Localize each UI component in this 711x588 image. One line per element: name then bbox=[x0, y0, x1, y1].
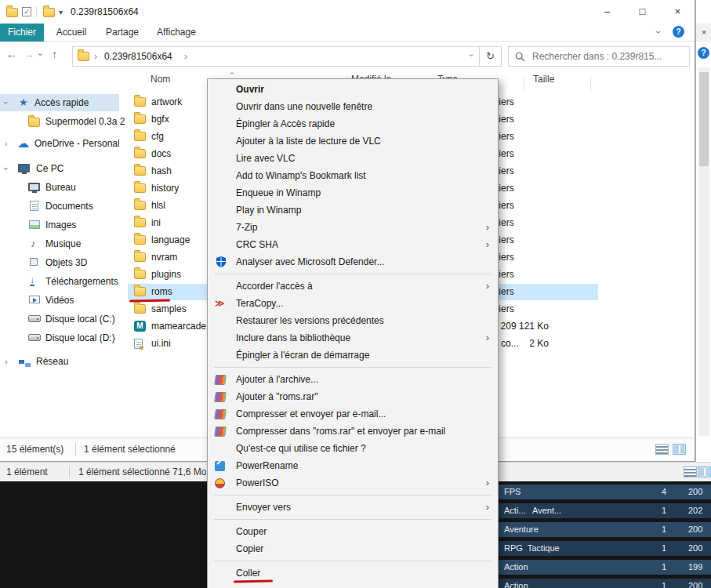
details-view-icon[interactable] bbox=[655, 444, 669, 455]
column-header-nom[interactable]: Nom bbox=[151, 74, 170, 93]
breadcrumb[interactable]: 0.239r81506x64 bbox=[104, 51, 172, 62]
menu-item-copier[interactable]: Copier bbox=[208, 540, 498, 557]
menu-item-epingler-ecran-demarrage[interactable]: Épingler à l'écran de démarrage bbox=[208, 347, 498, 364]
tab-affichage[interactable]: Affichage bbox=[149, 24, 204, 42]
help-icon[interactable]: ? bbox=[698, 47, 709, 59]
menu-item-ajouter-roms-rar[interactable]: Ajouter à "roms.rar" bbox=[208, 388, 498, 405]
window-folder-icon bbox=[6, 8, 18, 17]
chevron-icon[interactable]: › bbox=[184, 51, 187, 62]
minimize-button[interactable]: – bbox=[589, 0, 625, 24]
forward-icon[interactable]: → bbox=[24, 48, 34, 60]
sidebar-item-disque-d[interactable]: Disque local (D:) bbox=[0, 329, 119, 347]
column-divider[interactable] bbox=[590, 77, 591, 91]
expander-icon[interactable]: › bbox=[5, 160, 8, 177]
menu-item-winamp-bookmark[interactable]: Add to Winamp's Bookmark list bbox=[208, 167, 498, 184]
address-dropdown-icon[interactable]: › bbox=[470, 51, 473, 60]
game-table-row[interactable]: Aventure1200 bbox=[498, 522, 711, 537]
sidebar-item-musique[interactable]: ♪Musique bbox=[0, 235, 119, 252]
folder-icon bbox=[134, 183, 146, 193]
thumbnail-view-icon[interactable] bbox=[673, 444, 686, 455]
menu-item-restaurer-versions[interactable]: Restaurer les versions précédentes bbox=[208, 312, 498, 329]
close-button[interactable]: × bbox=[660, 0, 695, 24]
help-icon[interactable]: ? bbox=[673, 26, 684, 38]
sidebar-item-acces-rapide[interactable]: ›★Accès rapide bbox=[0, 94, 119, 111]
menu-item-ajouter-archive[interactable]: Ajouter à l'archive... bbox=[208, 371, 498, 388]
address-bar[interactable]: › 0.239r81506x64 › › bbox=[72, 46, 480, 67]
search-input[interactable] bbox=[531, 50, 684, 63]
maximize-button[interactable]: □ bbox=[625, 0, 660, 24]
chevron-icon[interactable]: › bbox=[94, 51, 97, 62]
menu-item-ouvrir-nouvelle-fenetre[interactable]: Ouvrir dans une nouvelle fenêtre bbox=[208, 98, 498, 115]
expander-icon[interactable]: › bbox=[5, 353, 8, 370]
sidebar-item-telechargements[interactable]: ↓Téléchargements bbox=[0, 273, 119, 290]
history-dropdown-icon[interactable]: › bbox=[39, 50, 42, 59]
search-box[interactable] bbox=[508, 46, 690, 67]
menu-item-quest-ce-qui-utilise[interactable]: Qu'est-ce qui utilise ce fichier ? bbox=[208, 440, 498, 457]
menu-item-crc-sha[interactable]: CRC SHA› bbox=[208, 236, 498, 253]
game-table-row[interactable]: Acti... Avent...1202 bbox=[498, 503, 711, 518]
menu-separator bbox=[214, 495, 492, 495]
menu-item-powerrename[interactable]: PowerRename bbox=[208, 457, 498, 474]
menu-item-compresser-roms-rar-email[interactable]: Compresser dans "roms.rar" et envoyer pa… bbox=[208, 423, 498, 440]
network-icon bbox=[19, 360, 24, 364]
menu-item-play-winamp[interactable]: Play in Winamp bbox=[208, 201, 498, 219]
menu-item-inclure-bibliotheque[interactable]: Inclure dans la bibliothèque› bbox=[208, 329, 498, 347]
game-table-row[interactable]: Action1200 bbox=[498, 579, 711, 588]
selection-text: 1 élément sélectionné 71,6 Mo bbox=[78, 466, 206, 477]
menu-separator bbox=[214, 274, 492, 274]
back-icon[interactable]: ← bbox=[6, 48, 17, 60]
up-icon[interactable]: ↑ bbox=[52, 48, 57, 60]
refresh-icon[interactable]: ↻ bbox=[480, 46, 502, 67]
game-table-row[interactable]: Action1199 bbox=[498, 560, 711, 575]
sidebar-item-supermodel[interactable]: Supermodel 0.3a 2 bbox=[0, 113, 119, 130]
sidebar-item-images[interactable]: Images bbox=[0, 216, 119, 234]
expander-icon[interactable]: › bbox=[5, 135, 8, 152]
winrar-icon bbox=[214, 375, 227, 385]
menu-item-accorder-acces[interactable]: Accorder l'accès à› bbox=[208, 278, 498, 295]
ribbon-collapse-icon[interactable]: › bbox=[657, 27, 660, 38]
scrollbar-thumb[interactable] bbox=[699, 72, 709, 166]
genre-cell: Action bbox=[504, 560, 528, 575]
game-table-row[interactable]: FPS4200 bbox=[498, 485, 711, 499]
menu-item-7zip[interactable]: 7-Zip› bbox=[208, 219, 498, 236]
sidebar-item-reseau[interactable]: ›Réseau bbox=[0, 353, 119, 370]
sidebar-item-bureau[interactable]: Bureau bbox=[0, 179, 119, 196]
sidebar-item-ce-pc[interactable]: ›Ce PC bbox=[0, 160, 119, 177]
thumbnail-view-icon[interactable] bbox=[698, 466, 711, 477]
submenu-arrow-icon: › bbox=[486, 499, 489, 516]
disk-icon bbox=[28, 334, 41, 341]
game-table-row[interactable]: RPG Tactique1200 bbox=[498, 541, 711, 556]
sidebar-item-onedrive[interactable]: ›☁OneDrive - Personal bbox=[0, 135, 119, 152]
sidebar-item-documents[interactable]: Documents bbox=[0, 198, 119, 215]
menu-item-ajouter-liste-vlc[interactable]: Ajouter à la liste de lecture de VLC bbox=[208, 132, 498, 150]
column-header-taille[interactable]: Taille bbox=[533, 74, 554, 93]
menu-item-coller[interactable]: Coller bbox=[208, 564, 498, 582]
menu-item-lire-avec-vlc[interactable]: Lire avec VLC bbox=[208, 150, 498, 167]
menu-item-poweriso[interactable]: PowerISO› bbox=[208, 474, 498, 492]
ribbon-tabs: Fichier Accueil Partage Affichage › ? bbox=[0, 24, 695, 42]
column-divider[interactable] bbox=[524, 77, 524, 91]
qat-caret-icon[interactable]: ▾ bbox=[59, 8, 63, 16]
genre-cell: FPS bbox=[504, 485, 521, 499]
menu-item-compresser-email[interactable]: Compresser et envoyer par e-mail... bbox=[208, 405, 498, 423]
expander-icon[interactable]: › bbox=[5, 94, 8, 111]
close-icon[interactable]: × bbox=[696, 24, 711, 42]
checkbox-icon[interactable]: ✓ bbox=[22, 7, 31, 16]
details-view-icon[interactable] bbox=[684, 466, 697, 477]
sidebar-item-videos[interactable]: Vidéos bbox=[0, 292, 119, 309]
menu-item-couper[interactable]: Couper bbox=[208, 523, 498, 540]
menu-item-ouvrir[interactable]: Ouvrir bbox=[208, 81, 498, 98]
folder-icon bbox=[134, 149, 146, 158]
menu-item-epingler-acces-rapide[interactable]: Épingler à Accès rapide bbox=[208, 115, 498, 132]
scrollbar[interactable] bbox=[698, 67, 709, 436]
titlebar[interactable]: ✓ ▾ 0.239r81506x64 – □ × bbox=[0, 0, 695, 24]
menu-item-envoyer-vers[interactable]: Envoyer vers› bbox=[208, 499, 498, 516]
menu-item-teracopy[interactable]: ≫TeraCopy... bbox=[208, 295, 498, 312]
tab-fichier[interactable]: Fichier bbox=[0, 24, 44, 42]
sidebar-item-objets-3d[interactable]: Objets 3D bbox=[0, 254, 119, 271]
tab-partage[interactable]: Partage bbox=[99, 24, 146, 42]
sidebar-item-disque-c[interactable]: Disque local (C:) bbox=[0, 310, 119, 328]
menu-item-enqueue-winamp[interactable]: Enqueue in Winamp bbox=[208, 184, 498, 201]
menu-item-defender[interactable]: Analyser avec Microsoft Defender... bbox=[208, 253, 498, 270]
tab-accueil[interactable]: Accueil bbox=[47, 24, 96, 42]
